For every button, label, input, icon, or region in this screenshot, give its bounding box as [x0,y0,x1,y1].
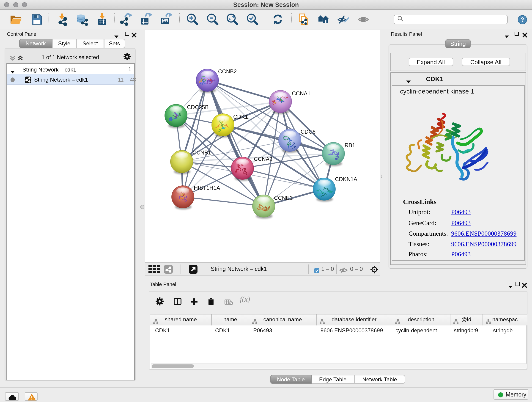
svg-text:?: ? [520,16,524,23]
svg-text:CCNB2: CCNB2 [218,68,237,75]
svg-text:CDK1: CDK1 [233,114,248,120]
svg-text:CCNA1: CCNA1 [292,90,310,96]
svg-text:CCNA2: CCNA2 [254,156,272,162]
svg-text:CCNB1: CCNB1 [192,149,211,156]
svg-text:RB1: RB1 [345,142,355,148]
svg-text:HIST1H1A: HIST1H1A [194,185,220,191]
svg-text:CCNE1: CCNE1 [274,195,293,201]
svg-text:CDC6: CDC6 [301,128,316,135]
svg-text:CDC25B: CDC25B [187,104,209,110]
svg-text:CDKN1A: CDKN1A [335,176,357,182]
